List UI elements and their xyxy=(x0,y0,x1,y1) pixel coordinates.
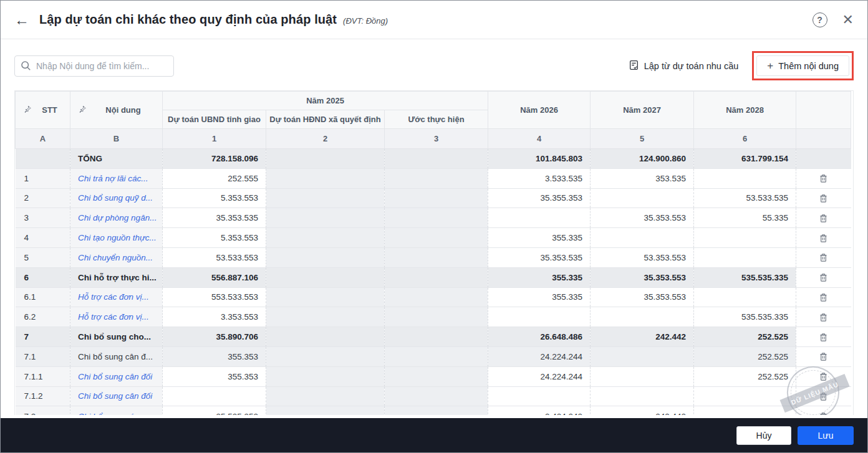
cell-value-1[interactable]: 35.353.535 xyxy=(163,208,266,228)
row-content[interactable]: Chi bổ sung cân đối xyxy=(70,386,163,406)
close-icon[interactable]: ✕ xyxy=(842,13,854,27)
cell-value-6[interactable]: 53.533.535 xyxy=(694,188,796,208)
add-content-button[interactable]: + Thêm nội dung xyxy=(756,55,849,76)
cell-value-5[interactable]: 35.353.553 xyxy=(591,287,694,307)
row-stt: 4 xyxy=(16,228,70,248)
cell-value-6[interactable] xyxy=(694,247,796,267)
cell-value-4[interactable]: 355.335 xyxy=(488,228,591,248)
cell-value-4[interactable]: 35.353.535 xyxy=(488,247,591,267)
trash-icon[interactable] xyxy=(819,234,828,243)
cell-value-1[interactable]: 53.533.553 xyxy=(163,247,266,267)
cell-value-2 xyxy=(266,247,385,267)
row-content[interactable]: Chi tạo nguồn thực... xyxy=(70,228,163,248)
cell-value-5[interactable]: 242.442 xyxy=(591,406,694,415)
cell-value-6[interactable] xyxy=(694,287,796,307)
cell-value-5[interactable] xyxy=(591,386,694,406)
cell-value-6[interactable]: 55.335 xyxy=(694,208,796,228)
trash-icon[interactable] xyxy=(819,214,828,223)
cell-value-4[interactable] xyxy=(488,386,591,406)
trash-icon[interactable] xyxy=(819,392,828,401)
cell-value-6[interactable] xyxy=(694,386,796,406)
table-row: 6.1Hỗ trợ các đơn vị...553.533.553355.33… xyxy=(16,287,851,307)
cell-value-1[interactable]: 553.533.553 xyxy=(163,287,266,307)
table-row: 7.2Chi bổ sung có...35.535.3532.424.2422… xyxy=(16,406,851,415)
search-input[interactable] xyxy=(14,55,174,77)
index-b: B xyxy=(70,129,163,149)
row-content[interactable]: Chi trả nợ lãi các... xyxy=(70,168,163,188)
cell-value-1[interactable] xyxy=(163,386,266,406)
cell-value-4[interactable]: 35.355.353 xyxy=(488,188,591,208)
row-actions xyxy=(796,406,851,415)
trash-icon[interactable] xyxy=(819,352,828,361)
save-button[interactable]: Lưu xyxy=(798,426,854,445)
cell-value-5[interactable] xyxy=(591,366,694,386)
trash-icon[interactable] xyxy=(819,194,828,203)
trash-icon[interactable] xyxy=(819,372,828,381)
index-1: 1 xyxy=(163,129,266,149)
cell-value-4[interactable] xyxy=(488,208,591,228)
cell-value-5: 124.900.860 xyxy=(591,149,694,169)
trash-icon[interactable] xyxy=(819,273,828,282)
row-content[interactable]: Hỗ trợ các đơn vị... xyxy=(70,307,163,327)
cell-value-6: 631.799.154 xyxy=(694,149,796,169)
cell-value-5[interactable] xyxy=(591,307,694,327)
back-arrow-icon[interactable]: ← xyxy=(14,12,29,27)
cell-value-1: 556.887.106 xyxy=(163,267,266,287)
row-content[interactable]: Chi chuyển nguồn... xyxy=(70,247,163,267)
trash-icon[interactable] xyxy=(819,253,828,262)
cell-value-6[interactable] xyxy=(694,228,796,248)
row-content[interactable]: Chi bổ sung cân đối xyxy=(70,366,163,386)
budget-table: STT Nội dung Năm 2025 xyxy=(15,91,851,415)
cell-value-4[interactable]: 2.424.242 xyxy=(488,406,591,415)
cell-value-4[interactable] xyxy=(488,307,591,327)
cell-value-3 xyxy=(385,247,488,267)
cancel-button[interactable]: Hủy xyxy=(736,426,791,445)
page-title: Lập dự toán chi khác theo quy định của p… xyxy=(39,12,337,27)
trash-icon[interactable] xyxy=(819,293,828,302)
trash-icon[interactable] xyxy=(819,412,828,415)
index-a: A xyxy=(16,129,70,149)
row-content[interactable]: Hỗ trợ các đơn vị... xyxy=(70,287,163,307)
cell-value-1[interactable]: 252.555 xyxy=(163,168,266,188)
cell-value-5[interactable]: 353.535 xyxy=(591,168,694,188)
budget-table-container[interactable]: STT Nội dung Năm 2025 xyxy=(14,90,854,415)
cell-value-5[interactable]: 35.353.553 xyxy=(591,208,694,228)
pin-icon[interactable] xyxy=(23,105,32,115)
cell-value-1[interactable]: 3.353.553 xyxy=(163,307,266,327)
cell-value-4[interactable]: 3.533.535 xyxy=(488,168,591,188)
cell-value-6[interactable] xyxy=(694,406,796,415)
cell-value-1: 355.353 xyxy=(163,346,266,366)
cell-value-6[interactable]: 252.525 xyxy=(694,366,796,386)
pin-icon[interactable] xyxy=(78,105,87,115)
row-content[interactable]: Chi dự phòng ngân... xyxy=(70,208,163,228)
trash-icon[interactable] xyxy=(819,333,828,342)
cell-value-6[interactable]: 535.535.335 xyxy=(694,307,796,327)
plus-icon: + xyxy=(767,60,773,71)
trash-icon[interactable] xyxy=(819,174,828,183)
row-content: Chi hỗ trợ thực hi... xyxy=(70,267,163,287)
trash-icon[interactable] xyxy=(819,313,828,322)
table-row: 3Chi dự phòng ngân...35.353.53535.353.55… xyxy=(16,208,851,228)
cell-value-6[interactable] xyxy=(694,168,796,188)
cell-value-1[interactable]: 355.353 xyxy=(163,366,266,386)
table-row: TỔNG728.158.096101.845.803124.900.860631… xyxy=(16,149,851,169)
row-content[interactable]: Chi bổ sung có... xyxy=(70,406,163,415)
cell-value-4[interactable]: 24.224.244 xyxy=(488,366,591,386)
cell-value-5[interactable] xyxy=(591,228,694,248)
create-from-demand-button[interactable]: Lập từ dự toán nhu cầu xyxy=(629,60,739,72)
cell-value-5[interactable] xyxy=(591,188,694,208)
row-stt: 7.1.2 xyxy=(16,386,70,406)
cell-value-1[interactable]: 5.353.553 xyxy=(163,228,266,248)
cell-value-2 xyxy=(266,386,385,406)
cell-value-4: 24.224.244 xyxy=(488,346,591,366)
cell-value-4[interactable]: 355.335 xyxy=(488,287,591,307)
cell-value-5[interactable]: 53.353.553 xyxy=(591,247,694,267)
cell-value-2 xyxy=(266,287,385,307)
table-body: TỔNG728.158.096101.845.803124.900.860631… xyxy=(16,149,851,416)
row-content[interactable]: Chi bổ sung quỹ d... xyxy=(70,188,163,208)
cell-value-1[interactable]: 35.535.353 xyxy=(163,406,266,415)
cell-value-2 xyxy=(266,327,385,347)
cell-value-3 xyxy=(385,307,488,327)
cell-value-1[interactable]: 5.353.553 xyxy=(163,188,266,208)
help-icon[interactable]: ? xyxy=(813,12,827,27)
